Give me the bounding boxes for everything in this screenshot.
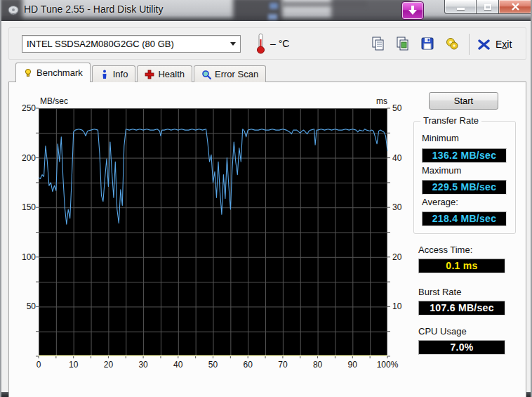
close-button[interactable] [499,0,532,14]
axis-label: 50 [392,103,413,113]
average-label: Average: [422,197,458,207]
download-button[interactable] [401,1,424,20]
tab-benchmark[interactable]: Benchmark [15,63,91,82]
axis-label: 50 [197,360,230,370]
close-icon [511,3,520,11]
axis-label: 80 [302,360,334,370]
axis-label: 40 [162,360,194,370]
transfer-rate-group: Transfer Rate Minimum 136.2 MB/sec Maxim… [413,121,516,234]
drive-select[interactable]: INTEL SSDSA2M080G2GC (80 GB) [22,35,241,53]
axis-label: 10 [392,301,413,311]
maximum-value: 229.5 MB/sec [422,180,507,195]
axis-label: 30 [392,202,413,212]
tab-health[interactable]: Health [137,65,192,82]
options-icon [444,36,460,51]
save-button[interactable] [419,36,436,53]
axis-label: 150 [9,202,36,212]
transfer-rate-title: Transfer Rate [420,115,481,126]
error-scan-icon [201,70,211,79]
options-button[interactable] [444,36,460,53]
average-value: 218.4 MB/sec [422,211,507,226]
drive-select-value: INTEL SSDSA2M080G2GC (80 GB) [22,39,226,49]
temperature-icon [253,32,267,55]
axis-label: 100 [9,252,36,262]
axis-label: 0 [22,360,55,370]
window-controls [444,0,532,14]
exit-label: Exit [496,39,512,50]
minimum-value: 136.2 MB/sec [422,148,507,163]
cpu-usage-value: 7.0% [418,340,505,355]
axis-label: 90 [336,360,368,370]
axis-label: 60 [232,360,264,370]
titlebar[interactable]: HD Tune 2.55 - Hard Disk Utility [1,0,532,21]
axis-label: 200 [9,153,36,163]
access-time-value: 0.1 ms [418,259,505,273]
benchmark-page: MB/secms25020015010050504030201001020304… [8,82,526,397]
copy-image-icon [395,36,411,51]
info-icon [100,70,109,79]
tab-label: Benchmark [36,67,83,78]
toolbar-separator [469,34,470,55]
tab-label: Health [158,69,185,79]
burst-rate-value: 107.6 MB/sec [418,301,505,315]
axis-label: 20 [392,252,413,262]
cpu-usage-label: CPU Usage [418,326,467,337]
axis-label: 30 [127,360,159,370]
toolbar: INTEL SSDSA2M080G2GC (80 GB) – °C [8,27,526,60]
burst-rate-label: Burst Rate [418,287,461,297]
axis-label: 10 [58,360,90,370]
maximum-label: Maximum [422,165,461,176]
tab-label: Info [113,69,128,79]
save-icon [420,36,435,51]
exit-button[interactable]: Exit [478,36,512,53]
start-button[interactable]: Start [429,92,498,110]
tab-label: Error Scan [215,69,258,79]
benchmark-icon [23,68,33,78]
download-arrow-icon [407,5,418,16]
axis-label: MB/sec [40,96,68,106]
tabstrip: Benchmark Info Health [15,63,267,82]
benchmark-chart [39,108,387,356]
axis-label: 250 [9,103,36,113]
hd-tune-window: HD Tune 2.55 - Hard Disk Utility INTEL S… [0,0,532,397]
copy-text-button[interactable] [370,36,387,53]
glass-blur-patch [282,1,366,7]
maximize-icon [484,4,491,10]
tab-error-scan[interactable]: Error Scan [194,65,266,82]
axis-label: 20 [92,360,124,370]
access-time-label: Access Time: [418,245,472,255]
exit-icon [478,39,490,50]
health-icon [145,70,154,79]
axis-label: ms [376,96,387,106]
temperature-value: – °C [270,38,289,49]
minimum-label: Minimum [422,133,459,143]
client-area: INTEL SSDSA2M080G2GC (80 GB) – °C [1,21,532,392]
copy-image-button[interactable] [394,36,411,53]
axis-label: 40 [392,153,413,163]
axis-label: 100% [371,360,404,370]
minimize-button[interactable] [444,0,476,14]
copy-text-icon [371,36,386,51]
axis-label: 70 [267,360,299,370]
maximize-button[interactable] [476,0,499,14]
axis-label: 50 [9,301,36,311]
glass-blur-patch [270,3,278,9]
chevron-down-icon[interactable] [226,42,240,46]
minimize-icon [457,8,465,10]
window-title: HD Tune 2.55 - Hard Disk Utility [24,4,163,15]
tab-info[interactable]: Info [92,65,136,82]
glass-blur-patch [268,14,277,20]
app-icon [7,4,20,16]
